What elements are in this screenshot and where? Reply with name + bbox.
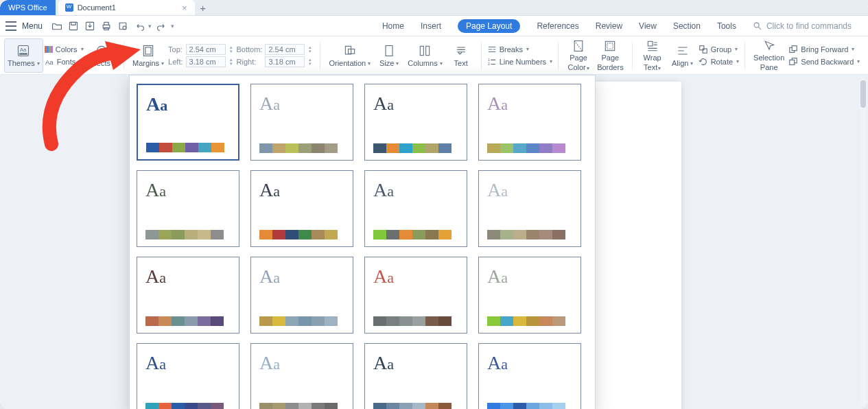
tab-close-icon[interactable]: × xyxy=(182,3,187,13)
breaks-button[interactable]: Breaks▾ xyxy=(487,44,552,55)
text-direction-button[interactable]: Text xyxy=(447,38,476,73)
svg-rect-30 xyxy=(793,45,797,50)
spinner-icon[interactable]: ▴▾ xyxy=(230,45,235,54)
theme-option[interactable]: Aa xyxy=(364,170,467,247)
margin-right-input[interactable] xyxy=(265,56,305,67)
theme-swatches xyxy=(373,143,458,153)
theme-preview-text: Aa xyxy=(146,95,230,114)
svg-text:2: 2 xyxy=(488,62,490,66)
size-button[interactable]: Size▾ xyxy=(375,38,403,73)
save-icon[interactable] xyxy=(67,20,80,32)
svg-rect-28 xyxy=(703,49,707,53)
tab-label: Document1 xyxy=(78,3,116,12)
redo-icon[interactable] xyxy=(156,20,168,32)
margin-bottom-input[interactable] xyxy=(265,44,305,55)
theme-preview-text: Aa xyxy=(145,180,231,200)
colors-button[interactable]: Colors▾ xyxy=(45,44,84,55)
svg-point-7 xyxy=(754,23,759,27)
page-color-button[interactable]: PageColor▾ xyxy=(564,38,593,73)
margin-top-input[interactable] xyxy=(186,44,226,55)
theme-option[interactable]: Aa xyxy=(137,257,239,334)
orientation-button[interactable]: Orientation▾ xyxy=(326,38,373,73)
svg-rect-23 xyxy=(574,40,583,51)
send-backward-icon xyxy=(788,57,798,67)
theme-option[interactable]: Aa xyxy=(364,343,467,409)
theme-option[interactable]: Aa xyxy=(478,170,581,247)
line-numbers-icon: 12 xyxy=(487,57,497,67)
theme-swatches xyxy=(145,316,231,326)
effects-icon xyxy=(94,43,109,58)
open-icon[interactable] xyxy=(51,20,63,32)
spinner-icon[interactable]: ▴▾ xyxy=(309,45,314,54)
align-button[interactable]: Align▾ xyxy=(668,38,697,73)
scrollbar-thumb[interactable] xyxy=(860,80,866,108)
tab-home[interactable]: Home xyxy=(382,21,404,31)
document-tab[interactable]: Document1 × xyxy=(58,0,195,15)
theme-option[interactable]: Aa xyxy=(250,84,353,161)
svg-text:Aa: Aa xyxy=(20,47,27,53)
find-commands-search[interactable]: Click to find commands xyxy=(753,21,852,31)
spinner-icon[interactable]: ▴▾ xyxy=(230,58,235,66)
tab-references[interactable]: References xyxy=(537,21,578,31)
theme-option[interactable]: Aa xyxy=(250,343,353,409)
rotate-button[interactable]: Rotate▾ xyxy=(699,56,739,67)
line-numbers-button[interactable]: 12Line Numbers▾ xyxy=(487,56,552,67)
new-tab-button[interactable]: + xyxy=(195,0,211,15)
svg-point-12 xyxy=(97,46,106,55)
svg-rect-10 xyxy=(20,53,28,55)
svg-rect-32 xyxy=(790,60,795,65)
bring-forward-button[interactable]: Bring Forward▾ xyxy=(788,44,860,55)
svg-rect-27 xyxy=(699,45,703,49)
tab-section[interactable]: Section xyxy=(673,21,701,31)
theme-option[interactable]: Aa xyxy=(250,257,353,334)
margin-left-input[interactable] xyxy=(186,56,226,67)
print-preview-icon[interactable] xyxy=(117,20,129,32)
tab-view[interactable]: View xyxy=(639,21,657,31)
tab-page-layout[interactable]: Page Layout xyxy=(458,19,520,33)
theme-option[interactable]: Aa xyxy=(364,257,467,334)
theme-option[interactable]: Aa xyxy=(364,84,467,161)
theme-option[interactable]: Aa xyxy=(137,84,239,161)
theme-option[interactable]: Aa xyxy=(137,170,239,247)
page-borders-button[interactable]: PageBorders xyxy=(594,38,626,73)
svg-text:Aa: Aa xyxy=(45,58,54,65)
find-commands-placeholder: Click to find commands xyxy=(766,21,852,31)
svg-rect-15 xyxy=(145,47,151,54)
margins-button[interactable]: Margins▾ xyxy=(130,38,167,73)
themes-button[interactable]: Aa Themes▾ xyxy=(4,38,43,73)
fonts-button[interactable]: AaFonts▾ xyxy=(45,56,84,67)
send-backward-button[interactable]: Send Backward▾ xyxy=(788,56,860,67)
theme-option[interactable]: Aa xyxy=(478,257,581,334)
export-pdf-icon[interactable] xyxy=(84,20,96,32)
tab-review[interactable]: Review xyxy=(596,21,622,31)
undo-dropdown[interactable]: ▾ xyxy=(148,23,152,30)
themes-icon: Aa xyxy=(16,43,31,58)
rotate-icon xyxy=(699,57,708,67)
wrap-text-button[interactable]: WrapText▾ xyxy=(638,38,667,73)
scrollbar-track[interactable] xyxy=(860,78,867,406)
columns-button[interactable]: Columns▾ xyxy=(405,38,445,73)
undo-icon[interactable] xyxy=(133,20,145,32)
menu-button[interactable] xyxy=(5,20,18,32)
theme-option[interactable]: Aa xyxy=(250,170,353,247)
colors-icon xyxy=(45,46,53,53)
themes-gallery-panel: AaAaAaAaAaAaAaAaAaAaAaAaAaAaAaAa xyxy=(129,75,596,409)
spinner-icon[interactable]: ▴▾ xyxy=(309,58,314,66)
columns-icon xyxy=(417,43,432,58)
effects-button[interactable]: Effects▾ xyxy=(85,38,118,73)
redo-dropdown[interactable]: ▾ xyxy=(171,23,174,30)
theme-option[interactable]: Aa xyxy=(478,84,581,161)
tab-insert[interactable]: Insert xyxy=(421,21,441,31)
svg-rect-19 xyxy=(421,46,424,55)
wrap-text-icon xyxy=(645,39,660,53)
app-name-badge: WPS Office xyxy=(0,0,56,15)
selection-pane-button[interactable]: SelectionPane xyxy=(751,38,787,73)
menu-label[interactable]: Menu xyxy=(22,21,43,31)
tab-tools[interactable]: Tools xyxy=(717,21,736,31)
theme-option[interactable]: Aa xyxy=(478,343,581,409)
margin-top-label: Top: xyxy=(168,45,183,54)
theme-swatches xyxy=(146,143,230,152)
theme-option[interactable]: Aa xyxy=(137,343,239,409)
group-button[interactable]: Group▾ xyxy=(699,44,739,55)
print-icon[interactable] xyxy=(100,20,113,32)
